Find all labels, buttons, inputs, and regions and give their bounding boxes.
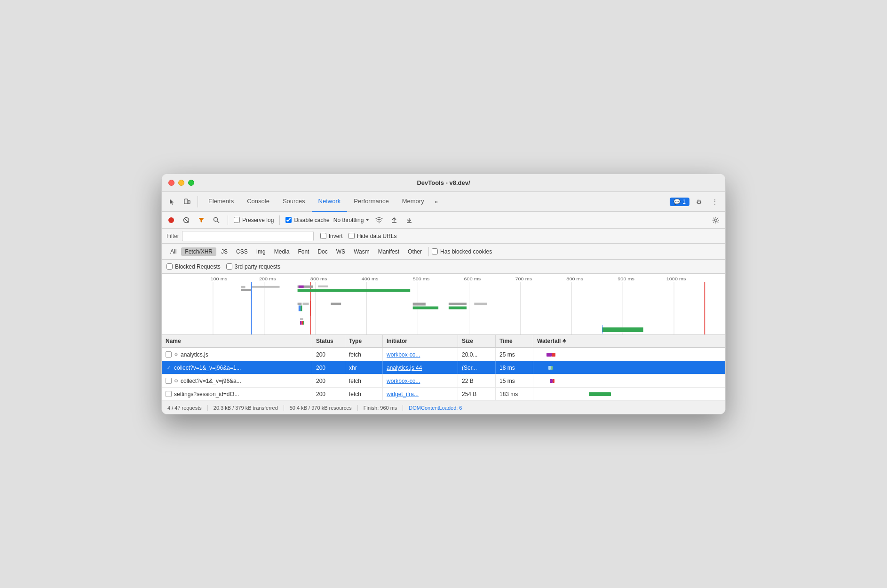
table-row[interactable]: ✓ collect?v=1&_v=j96&a=1... 200 xhr anal… (162, 361, 725, 374)
type-btn-fetch-xhr[interactable]: Fetch/XHR (181, 247, 216, 256)
td-waterfall-1 (533, 348, 725, 361)
type-btn-font[interactable]: Font (294, 247, 313, 256)
svg-rect-51 (413, 306, 438, 309)
blocked-cookies-checkbox[interactable]: Has blocked cookies (432, 248, 492, 255)
type-btn-other[interactable]: Other (404, 247, 426, 256)
row-checkbox-1[interactable] (166, 351, 172, 358)
svg-rect-37 (241, 289, 252, 291)
svg-point-2 (168, 217, 174, 223)
console-badge-button[interactable]: 💬 1 (670, 198, 689, 206)
td-time-2: 18 ms (496, 361, 533, 374)
tab-sources[interactable]: Sources (276, 192, 312, 212)
td-name-4: settings?session_id=df3... (162, 388, 312, 400)
svg-rect-44 (298, 303, 302, 305)
svg-rect-48 (301, 305, 302, 311)
waterfall-chart: 100 ms 200 ms 300 ms 400 ms 500 ms 600 m… (162, 274, 725, 335)
type-btn-doc[interactable]: Doc (314, 247, 331, 256)
tab-more-button[interactable]: » (431, 192, 442, 212)
record-button[interactable] (166, 215, 177, 226)
console-badge-count: 1 (682, 199, 686, 205)
th-waterfall[interactable]: Waterfall (533, 335, 725, 347)
svg-point-12 (715, 219, 717, 221)
table-row[interactable]: ⚙ analytics.js 200 fetch workbox-co... 2… (162, 348, 725, 361)
more-options-button[interactable]: ⋮ (708, 195, 721, 208)
tab-memory[interactable]: Memory (396, 192, 431, 212)
status-dom-content[interactable]: DOMContentLoaded: 6 (403, 405, 467, 411)
device-icon[interactable] (181, 195, 194, 208)
invert-checkbox[interactable]: Invert (320, 233, 343, 239)
initiator-link-2[interactable]: analytics.js:44 (387, 365, 422, 371)
svg-rect-59 (602, 327, 643, 332)
svg-rect-43 (299, 286, 304, 288)
status-requests: 4 / 47 requests (167, 405, 208, 411)
type-btn-manifest[interactable]: Manifest (374, 247, 403, 256)
td-size-1: 20.0... (458, 348, 496, 361)
network-settings-icon[interactable] (710, 215, 721, 226)
gear-icon-3: ⚙ (174, 378, 178, 383)
upload-icon[interactable] (388, 215, 400, 226)
blocked-requests-checkbox[interactable]: Blocked Requests (166, 263, 221, 270)
td-initiator-2: analytics.js:44 (383, 361, 458, 374)
type-btn-js[interactable]: JS (217, 247, 231, 256)
type-btn-all[interactable]: All (166, 247, 180, 256)
download-icon[interactable] (404, 215, 415, 226)
throttle-selector[interactable]: No throttling (333, 217, 370, 223)
td-initiator-1: workbox-co... (383, 348, 458, 361)
blocked-row: Blocked Requests 3rd-party requests (162, 260, 725, 274)
row-checkbox-4[interactable] (166, 391, 172, 397)
disable-cache-checkbox[interactable]: Disable cache (285, 217, 329, 223)
maximize-button[interactable] (188, 180, 194, 186)
wf-bars-3 (537, 377, 721, 385)
type-btn-media[interactable]: Media (270, 247, 293, 256)
table-row[interactable]: settings?session_id=df3... 200 fetch wid… (162, 388, 725, 401)
filter-icon[interactable] (196, 215, 207, 226)
wf-bar (552, 353, 555, 357)
hide-data-urls-checkbox[interactable]: Hide data URLs (348, 233, 397, 239)
console-icon: 💬 (673, 199, 681, 205)
table-row[interactable]: ⚙ collect?v=1&_v=j96&a... 200 fetch work… (162, 374, 725, 388)
type-btn-css[interactable]: CSS (232, 247, 252, 256)
svg-point-7 (379, 222, 380, 223)
wifi-icon[interactable] (373, 215, 385, 226)
settings-button[interactable]: ⚙ (692, 195, 705, 208)
svg-text:200 ms: 200 ms (259, 276, 276, 281)
td-initiator-4: widget_ifra... (383, 388, 458, 400)
svg-rect-38 (252, 286, 280, 288)
preserve-log-checkbox[interactable]: Preserve log (234, 217, 274, 223)
cursor-icon[interactable] (166, 195, 179, 208)
svg-rect-52 (449, 303, 467, 305)
search-icon[interactable] (211, 215, 222, 226)
status-finish: Finish: 960 ms (358, 405, 404, 411)
clear-button[interactable] (181, 215, 192, 226)
tab-network[interactable]: Network (312, 192, 348, 212)
td-waterfall-2 (533, 361, 725, 374)
svg-rect-50 (413, 303, 426, 306)
svg-text:700 ms: 700 ms (515, 276, 532, 281)
filter-row: Filter Invert Hide data URLs (162, 229, 725, 244)
td-status-2: 200 (312, 361, 345, 374)
title-bar: DevTools - v8.dev/ (162, 174, 725, 192)
filter-input[interactable] (182, 231, 314, 241)
svg-text:300 ms: 300 ms (310, 276, 327, 281)
tab-elements[interactable]: Elements (202, 192, 240, 212)
type-btn-wasm[interactable]: Wasm (350, 247, 373, 256)
type-btn-img[interactable]: Img (253, 247, 269, 256)
td-name-1: ⚙ analytics.js (162, 348, 312, 361)
close-button[interactable] (168, 180, 174, 186)
third-party-checkbox[interactable]: 3rd-party requests (226, 263, 280, 270)
tab-console[interactable]: Console (240, 192, 276, 212)
svg-text:800 ms: 800 ms (566, 276, 583, 281)
svg-rect-56 (300, 321, 301, 325)
type-btn-ws[interactable]: WS (333, 247, 349, 256)
row-checkbox-2[interactable]: ✓ (166, 365, 172, 371)
wf-bars-2 (537, 364, 721, 372)
waterfall-svg: 100 ms 200 ms 300 ms 400 ms 500 ms 600 m… (162, 274, 725, 334)
toolbar-right: 💬 1 ⚙ ⋮ (670, 195, 721, 208)
tab-performance[interactable]: Performance (347, 192, 395, 212)
filter-label: Filter (166, 233, 179, 239)
svg-rect-1 (188, 200, 190, 204)
td-status-1: 200 (312, 348, 345, 361)
td-type-4: fetch (345, 388, 383, 400)
row-checkbox-3[interactable] (166, 378, 172, 384)
minimize-button[interactable] (178, 180, 184, 186)
